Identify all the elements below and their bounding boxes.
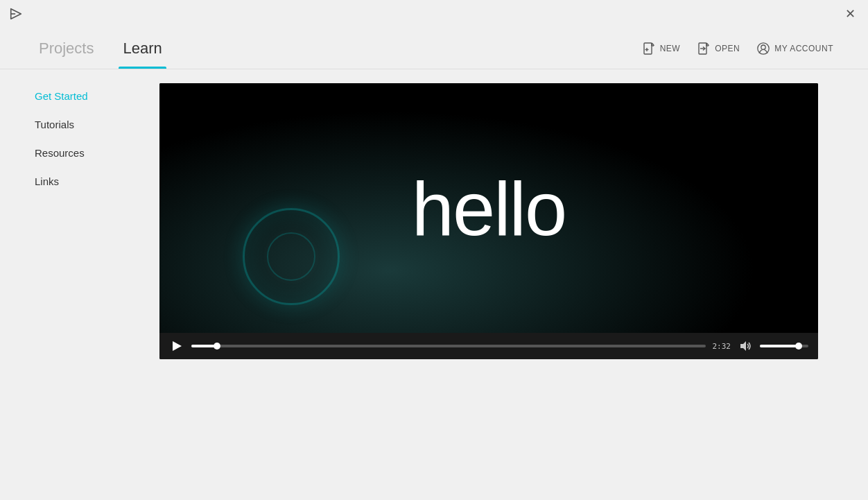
play-button[interactable]: [169, 338, 184, 354]
play-icon: [173, 341, 182, 351]
video-decoration-circle-inner: [267, 232, 315, 281]
svg-marker-17: [740, 341, 746, 351]
sidebar: Get Started Tutorials Resources Links: [0, 69, 153, 500]
my-account-button[interactable]: MY ACCOUNT: [756, 42, 833, 55]
sidebar-item-links[interactable]: Links: [35, 175, 118, 187]
video-area: hello 2:32: [153, 69, 868, 500]
tab-projects[interactable]: Projects: [35, 28, 98, 69]
title-bar-left: [8, 6, 24, 21]
sidebar-item-get-started[interactable]: Get Started: [35, 90, 118, 102]
new-label: NEW: [660, 44, 681, 53]
volume-button[interactable]: [738, 338, 753, 354]
svg-point-16: [761, 45, 765, 49]
close-button[interactable]: ✕: [840, 4, 860, 24]
volume-icon: [738, 339, 752, 353]
nav-actions: NEW OPEN MY ACCOUNT: [642, 42, 833, 55]
account-icon: [756, 42, 770, 55]
video-player: hello 2:32: [159, 83, 818, 359]
volume-dot: [795, 343, 802, 350]
new-button[interactable]: NEW: [642, 42, 681, 55]
video-controls: 2:32: [159, 333, 818, 359]
sidebar-item-resources[interactable]: Resources: [35, 147, 118, 159]
time-display: 2:32: [713, 342, 731, 351]
open-file-icon: [697, 42, 711, 55]
sidebar-item-tutorials[interactable]: Tutorials: [35, 119, 118, 130]
main-content: Get Started Tutorials Resources Links he…: [0, 69, 868, 500]
progress-bar[interactable]: [191, 345, 706, 347]
app-logo-icon: [8, 6, 24, 21]
title-bar: ✕: [0, 0, 868, 28]
svg-rect-2: [644, 43, 652, 54]
new-file-icon: [642, 42, 656, 55]
volume-bar[interactable]: [760, 345, 808, 347]
video-screen[interactable]: hello: [159, 83, 818, 333]
video-hello-text: hello: [412, 164, 566, 252]
tab-learn[interactable]: Learn: [119, 28, 166, 69]
volume-fill: [760, 345, 799, 347]
my-account-label: MY ACCOUNT: [774, 44, 833, 53]
nav-bar: Projects Learn NEW: [0, 28, 868, 69]
open-button[interactable]: OPEN: [697, 42, 740, 55]
open-label: OPEN: [715, 44, 740, 53]
nav-tabs: Projects Learn: [35, 28, 166, 69]
progress-dot: [214, 343, 220, 350]
